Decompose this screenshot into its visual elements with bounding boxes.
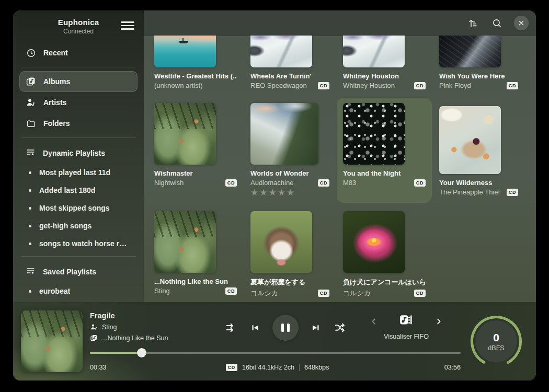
album-cover [343, 211, 405, 273]
playlist-item[interactable]: Most played last 11d [19, 164, 138, 181]
sidebar-item-label: Folders [43, 119, 70, 128]
total-time: 03:56 [424, 364, 461, 371]
sidebar-item-recent[interactable]: Recent [19, 42, 138, 63]
visualiser-label: Visualiser FIFO [384, 333, 429, 340]
cd-badge: CD [318, 179, 329, 187]
album-title: Wishmaster [154, 169, 237, 177]
seek-handle[interactable] [137, 348, 146, 358]
album-card[interactable]: Wish You Were Here Pink FloydCD [433, 36, 524, 95]
album-artist: Nightwish [154, 179, 184, 187]
sort-ascending-icon[interactable] [466, 16, 479, 30]
album-card[interactable]: Wheels Are Turnin' REO SpeedwagonCD [244, 36, 336, 95]
playlist-label: get-high songs [39, 222, 92, 230]
album-artist: Whitney Houston [343, 82, 395, 89]
sidebar-item-label: Albums [43, 77, 70, 86]
playlist-item[interactable]: songs to watch horse r… [19, 235, 138, 252]
album-artist: ヨルシカ [343, 289, 371, 298]
cd-badge: CD [226, 364, 237, 371]
repeat-icon[interactable] [224, 321, 238, 335]
bullet-icon [29, 171, 31, 174]
album-card[interactable]: Wishmaster NightwishCD [148, 98, 243, 203]
album-card[interactable]: Westlife - Greatest Hits (... (unknown a… [148, 36, 243, 95]
album-title: Wheels Are Turnin' [250, 72, 329, 80]
seek-fill [90, 352, 142, 354]
level-knob[interactable]: 0 dBFS [470, 315, 523, 368]
divider [21, 256, 135, 257]
album-card[interactable]: Worlds of Wonder AudiomachineCD ★★★★★ [244, 98, 336, 203]
album-artist: Sting [154, 287, 170, 295]
playlist-item[interactable]: get-high songs [19, 217, 138, 235]
format-info: CD 16bit 44.1kHz 2ch 648kbps [127, 364, 424, 371]
cd-badge: CD [507, 82, 518, 89]
album-cover [250, 36, 312, 67]
artist-icon [90, 323, 98, 331]
cd-badge: CD [318, 82, 329, 89]
artist-icon [26, 97, 36, 108]
sidebar: Euphonica Connected Recent Albums [13, 10, 144, 302]
chevron-left-icon[interactable] [368, 316, 380, 327]
search-icon[interactable] [490, 16, 504, 30]
album-title: ...Nothing Like the Sun [154, 278, 237, 285]
album-artist: ヨルシカ [250, 289, 278, 298]
sidebar-item-albums[interactable]: Albums [19, 71, 138, 92]
playlist-label: Most played last 11d [39, 168, 110, 177]
sidebar-item-artists[interactable]: Artists [19, 92, 138, 113]
album-artist: M83 [343, 179, 356, 187]
shuffle-icon[interactable] [333, 321, 347, 335]
bullet-icon [29, 290, 31, 293]
album-grid: Westlife - Greatest Hits (... (unknown a… [144, 36, 536, 302]
album-cover [154, 211, 216, 273]
sidebar-item-folders[interactable]: Folders [19, 113, 138, 134]
seek-bar[interactable] [90, 348, 461, 358]
sidebar-section-saved-playlists[interactable]: Saved Playlists [19, 260, 138, 282]
sidebar-item-label: Artists [43, 98, 66, 107]
app-window: Euphonica Connected Recent Albums [13, 10, 536, 381]
album-artist: (unknown artist) [154, 82, 202, 89]
section-label: Saved Playlists [43, 268, 96, 276]
playlist-item[interactable]: eurobeat [19, 282, 138, 300]
divider [21, 137, 135, 138]
sidebar-header: Euphonica Connected [19, 18, 138, 35]
track-info: Fragile Sting ...Nothing Like the Sun [90, 310, 219, 342]
sidebar-section-dynamic-playlists[interactable]: Dynamic Playlists [19, 142, 138, 164]
cd-badge: CD [225, 179, 237, 187]
track-artist: Sting [102, 324, 117, 331]
album-card[interactable]: Your Wilderness The Pineapple ThiefCD [433, 98, 524, 203]
cd-badge: CD [507, 189, 518, 196]
album-card[interactable]: Whitney Houston Whitney HoustonCD [337, 36, 432, 95]
album-cover [439, 106, 501, 174]
next-track-icon[interactable] [309, 321, 323, 335]
bitrate-text: 648kbps [304, 364, 329, 371]
cd-badge: CD [318, 290, 329, 297]
album-card[interactable]: ...Nothing Like the Sun StingCD [148, 206, 243, 302]
now-playing-cover[interactable] [21, 310, 83, 372]
album-title: Worlds of Wonder [250, 169, 329, 177]
albums-icon [90, 334, 98, 342]
album-card[interactable]: 夏草が邪魔をする ヨルシカCD [244, 206, 336, 302]
albums-icon [26, 76, 36, 87]
album-cover [439, 36, 501, 67]
album-cover [250, 103, 318, 165]
playlist-item[interactable]: Added last 180d [19, 181, 138, 199]
album-card[interactable]: 負け犬にアンコールはいら… ヨルシカCD [337, 206, 432, 302]
visualiser-cluster: Visualiser FIFO [352, 310, 461, 340]
cd-badge: CD [225, 287, 237, 295]
app-title: Euphonica [19, 18, 138, 27]
chevron-right-icon[interactable] [433, 316, 444, 327]
album-title: Your Wilderness [439, 179, 518, 187]
section-label: Dynamic Playlists [43, 149, 105, 157]
playlist-item[interactable]: Most skipped songs [19, 199, 138, 217]
level-value: 0 [493, 331, 499, 344]
album-artist: REO Speedwagon [250, 82, 307, 89]
playlist-icon [26, 266, 36, 278]
close-icon[interactable] [514, 16, 529, 30]
rating-stars[interactable]: ★★★★★ [250, 188, 329, 198]
visualiser-icon[interactable] [398, 313, 414, 330]
pause-button[interactable] [272, 315, 299, 341]
menu-icon[interactable] [121, 20, 134, 31]
previous-track-icon[interactable] [248, 321, 262, 335]
divider [21, 67, 135, 67]
playback-controls [219, 315, 352, 341]
album-cover [154, 36, 216, 67]
album-card-selected[interactable]: You and the Night M83CD [337, 98, 432, 203]
